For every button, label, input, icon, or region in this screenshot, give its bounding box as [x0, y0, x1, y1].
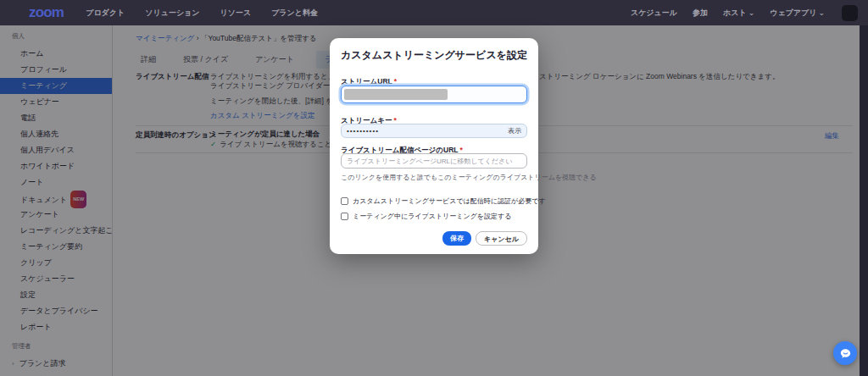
topbar: zoom プロダクト ソリューション リソース プランと料金 スケジュール 参加… [0, 0, 868, 25]
chevron-down-icon: ⌄ [818, 8, 825, 17]
zoom-web-portal: zoom プロダクト ソリューション リソース プランと料金 スケジュール 参加… [0, 0, 868, 376]
support-chat-button[interactable] [833, 341, 857, 365]
zoom-logo[interactable]: zoom [29, 4, 64, 21]
join-link[interactable]: 参加 [693, 8, 708, 19]
configure-in-meeting-checkbox-row[interactable]: ミーティング中にライブストリーミングを設定する [341, 212, 511, 221]
nav-resources[interactable]: リソース [220, 8, 252, 19]
custom-streaming-modal: カスタムストリーミングサービスを設定 ストリームURL* ストリームキー* ••… [330, 38, 538, 254]
stream-url-input[interactable] [341, 86, 527, 103]
chat-icon [838, 346, 853, 361]
webapp-menu[interactable]: ウェブアプリ⌄ [770, 8, 825, 19]
top-navigation: プロダクト ソリューション リソース プランと料金 [86, 8, 318, 19]
redacted-value [344, 89, 448, 100]
schedule-link[interactable]: スケジュール [631, 8, 677, 19]
page-url-helper-text: このリンクを使用すると誰でもこのミーティングのライブストリームを視聴できる [341, 174, 531, 182]
checkbox-icon[interactable] [341, 213, 348, 220]
avatar[interactable] [842, 5, 858, 21]
masked-key-value: •••••••••• [347, 124, 508, 137]
host-menu[interactable]: ホスト⌄ [723, 8, 754, 19]
chevron-down-icon: ⌄ [748, 8, 755, 17]
nav-products[interactable]: プロダクト [86, 8, 125, 19]
auth-required-label: カスタムストリーミングサービスでは配信時に認証が必要です [353, 196, 546, 206]
nav-solutions[interactable]: ソリューション [145, 8, 199, 19]
topbar-right: スケジュール 参加 ホスト⌄ ウェブアプリ⌄ [631, 5, 858, 21]
page-url-input[interactable] [347, 154, 521, 168]
stream-key-input[interactable]: •••••••••• 表示 [341, 124, 527, 138]
modal-title: カスタムストリーミングサービスを設定 [341, 48, 527, 63]
save-button[interactable]: 保存 [442, 231, 471, 246]
required-asterisk: * [394, 77, 397, 86]
auth-required-checkbox-row[interactable]: カスタムストリーミングサービスでは配信時に認証が必要です [341, 196, 546, 206]
show-key-button[interactable]: 表示 [508, 124, 521, 137]
nav-plans-pricing[interactable]: プランと料金 [271, 8, 318, 19]
page-url-input-wrap [341, 153, 527, 169]
configure-in-meeting-label: ミーティング中にライブストリーミングを設定する [353, 212, 511, 221]
checkbox-icon[interactable] [341, 197, 348, 205]
cancel-button[interactable]: キャンセル [476, 231, 527, 246]
modal-buttons: 保存 キャンセル [442, 231, 527, 246]
